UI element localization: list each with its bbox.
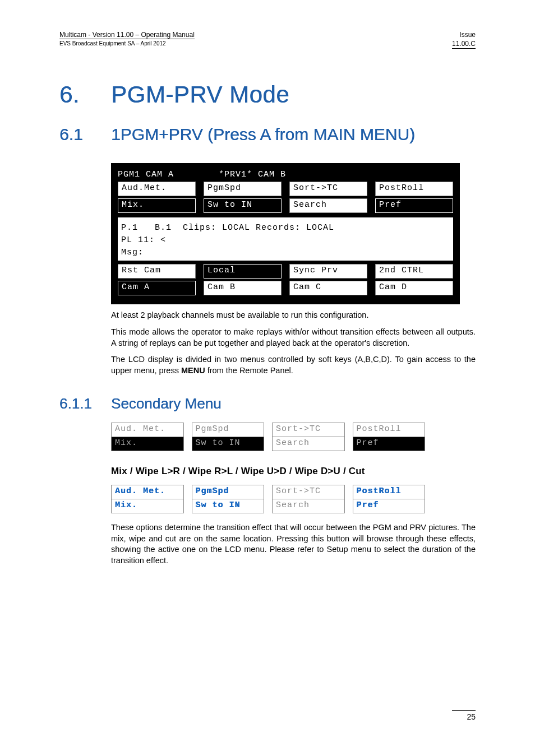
- softkey-cam-c[interactable]: Cam C: [289, 281, 367, 295]
- softkey-search[interactable]: Search: [289, 198, 367, 213]
- page-number: 25: [467, 712, 476, 721]
- chapter-text: PGM-PRV Mode: [111, 81, 289, 108]
- paragraph-3b: from the Remote Panel.: [205, 366, 293, 375]
- mini1-pgmspd[interactable]: PgmSpd: [192, 423, 265, 437]
- section-title: 6.11PGM+PRV (Press A from MAIN MENU): [59, 125, 476, 144]
- transition-options-heading: Mix / Wipe L>R / Wipe R>L / Wipe U>D / W…: [111, 466, 476, 477]
- paragraph-3-bold: MENU: [181, 366, 205, 375]
- mini2-pref[interactable]: Pref: [353, 499, 426, 513]
- softkey-cam-a[interactable]: Cam A: [118, 281, 196, 295]
- softkey-rst-cam[interactable]: Rst Cam: [118, 264, 196, 279]
- lcd-softkey-row-4: Cam A Cam B Cam C Cam D: [118, 281, 453, 295]
- mini1-postroll[interactable]: PostRoll: [353, 423, 426, 437]
- chapter-number: 6.: [59, 81, 111, 108]
- subsection-text: Secondary Menu: [111, 395, 222, 412]
- subsection-title: 6.1.1Secondary Menu: [59, 395, 476, 412]
- softkey-cam-d[interactable]: Cam D: [375, 281, 453, 295]
- mini2-aud-met[interactable]: Aud. Met.: [111, 485, 184, 499]
- softkey-sync-prv[interactable]: Sync Prv: [289, 264, 367, 279]
- paragraph-3a: The LCD display is divided in two menus …: [111, 355, 476, 375]
- mini2-pgmspd[interactable]: PgmSpd: [192, 485, 265, 499]
- page-header: Multicam - Version 11.00 – Operating Man…: [59, 31, 476, 49]
- header-right-issue: Issue: [452, 31, 476, 40]
- softkey-local[interactable]: Local: [204, 264, 282, 279]
- lcd-main-panel: PGM1 CAM A *PRV1* CAM B Aud.Met. PgmSpd …: [111, 163, 460, 304]
- lcd-softkey-row-1: Aud.Met. PgmSpd Sort->TC PostRoll: [118, 182, 453, 196]
- header-left-title: Multicam - Version 11.00 – Operating Man…: [59, 31, 195, 39]
- softkey-pref[interactable]: Pref: [375, 198, 453, 213]
- subsection-number: 6.1.1: [59, 395, 111, 412]
- mini1-search[interactable]: Search: [272, 437, 345, 451]
- mini1-mix[interactable]: Mix.: [111, 437, 184, 451]
- softkey-sw-to-in[interactable]: Sw to IN: [204, 198, 282, 213]
- mini2-postroll[interactable]: PostRoll: [353, 485, 426, 499]
- section-number: 6.1: [59, 125, 111, 144]
- mini1-aud-met[interactable]: Aud. Met.: [111, 423, 184, 437]
- softkey-aud-met[interactable]: Aud.Met.: [118, 182, 196, 196]
- mini2-sort-tc[interactable]: Sort->TC: [272, 485, 345, 499]
- footer-line: [452, 710, 476, 711]
- mini2-sw-to-in[interactable]: Sw to IN: [192, 499, 265, 513]
- softkey-pgmspd[interactable]: PgmSpd: [204, 182, 282, 196]
- page-footer: 25: [452, 710, 476, 721]
- lcd-status-block: P.1 B.1 Clips: LOCAL Records: LOCAL PL 1…: [118, 217, 453, 261]
- lcd-softkey-row-2: Mix. Sw to IN Search Pref: [118, 198, 453, 213]
- softkey-cam-b[interactable]: Cam B: [204, 281, 282, 295]
- softkey-sort-tc[interactable]: Sort->TC: [289, 182, 367, 196]
- mini1-pref[interactable]: Pref: [353, 437, 426, 451]
- softkey-mix[interactable]: Mix.: [118, 198, 196, 213]
- section-text: 1PGM+PRV (Press A from MAIN MENU): [111, 125, 415, 143]
- header-left-subtitle: EVS Broadcast Equipment SA – April 2012: [59, 40, 195, 47]
- paragraph-3: The LCD display is divided in two menus …: [111, 354, 476, 376]
- mini-panel-transition: Aud. Met. Mix. PgmSpd Sw to IN Sort->TC …: [111, 485, 425, 513]
- paragraph-1: At least 2 playback channels must be ava…: [111, 310, 476, 321]
- header-right-version: 11.00.C: [452, 40, 476, 49]
- mini2-mix[interactable]: Mix.: [111, 499, 184, 513]
- softkey-postroll[interactable]: PostRoll: [375, 182, 453, 196]
- transition-paragraph: These options determine the transition e…: [111, 522, 476, 566]
- mini2-search[interactable]: Search: [272, 499, 345, 513]
- lcd-softkey-row-3: Rst Cam Local Sync Prv 2nd CTRL: [118, 264, 453, 279]
- mini1-sort-tc[interactable]: Sort->TC: [272, 423, 345, 437]
- mini-panel-secondary: Aud. Met. Mix. PgmSpd Sw to IN Sort->TC …: [111, 423, 425, 451]
- mini1-sw-to-in[interactable]: Sw to IN: [192, 437, 265, 451]
- softkey-2nd-ctrl[interactable]: 2nd CTRL: [375, 264, 453, 279]
- lcd-top-line: PGM1 CAM A *PRV1* CAM B: [118, 170, 453, 179]
- paragraph-2: This mode allows the operator to make re…: [111, 327, 476, 349]
- chapter-title: 6.PGM-PRV Mode: [59, 81, 476, 108]
